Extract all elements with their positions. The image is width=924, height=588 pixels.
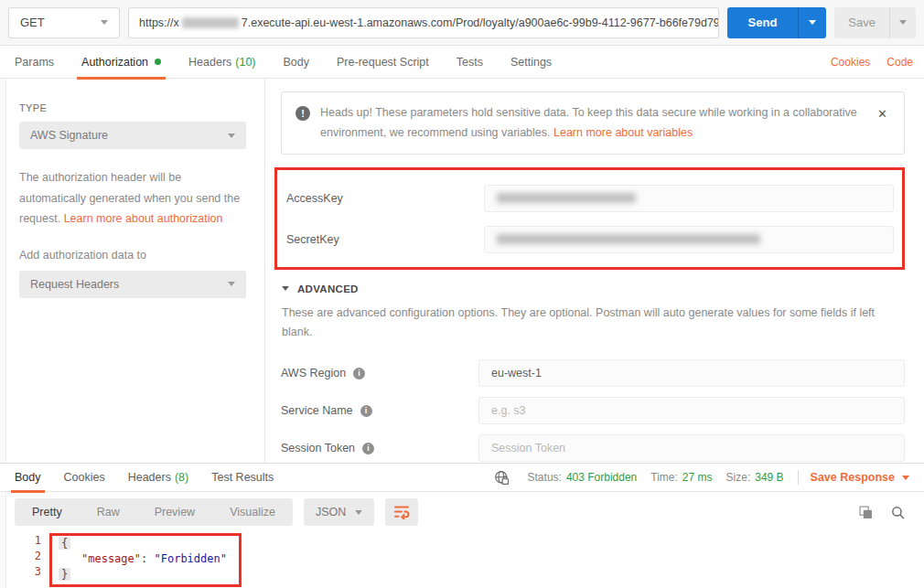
tab-body[interactable]: Body <box>284 46 310 79</box>
sensitive-data-banner: ! Heads up! These parameters hold sensit… <box>281 91 905 155</box>
tab-settings[interactable]: Settings <box>510 46 552 79</box>
line-number: 2 <box>8 549 41 564</box>
send-options-button[interactable] <box>798 7 826 38</box>
time-label: Time: <box>650 471 678 484</box>
save-response-button[interactable]: Save Response <box>811 471 909 484</box>
response-tab-headers-label: Headers <box>128 471 171 484</box>
service-name-label-wrap: Service Name i <box>281 404 478 417</box>
search-response-button[interactable] <box>891 506 905 519</box>
code-line: { <box>59 536 227 551</box>
tab-tests-label: Tests <box>457 56 483 69</box>
response-tab-cookies-label: Cookies <box>64 471 105 484</box>
auth-configured-dot-icon <box>155 59 161 65</box>
banner-text: Heads up! These parameters hold sensitiv… <box>320 103 864 144</box>
tab-settings-label: Settings <box>510 56 552 69</box>
view-preview[interactable]: Preview <box>137 498 212 526</box>
auth-details-panel: ! Heads up! These parameters hold sensit… <box>265 79 924 463</box>
tab-prerequest-label: Pre-request Script <box>337 56 429 69</box>
url-suffix: 7.execute-api.eu-west-1.amazonaws.com/Pr… <box>242 16 719 29</box>
cookies-link[interactable]: Cookies <box>831 56 870 69</box>
format-select[interactable]: JSON <box>304 498 374 526</box>
response-tab-body[interactable]: Body <box>15 463 41 492</box>
line-number: 1 <box>8 533 41 549</box>
url-redacted-segment <box>182 17 239 28</box>
tab-tests[interactable]: Tests <box>457 46 483 79</box>
json-separator: : <box>141 552 154 565</box>
save-options-button[interactable] <box>889 7 916 38</box>
auth-type-select[interactable]: AWS Signature <box>19 122 246 149</box>
tab-authorization[interactable]: Authorization <box>81 46 161 79</box>
add-auth-data-label: Add authorization data to <box>19 249 246 262</box>
line-number: 3 <box>8 564 41 580</box>
network-info-button[interactable] <box>494 470 510 486</box>
session-token-label-wrap: Session Token i <box>281 442 478 454</box>
session-token-input[interactable] <box>478 434 905 462</box>
secret-key-label: SecretKey <box>286 233 484 246</box>
view-raw[interactable]: Raw <box>80 498 137 526</box>
send-button[interactable]: Send <box>727 7 799 38</box>
tab-headers[interactable]: Headers (10) <box>188 46 255 79</box>
wrap-lines-icon <box>393 505 410 519</box>
access-key-input[interactable] <box>484 185 894 212</box>
tab-body-label: Body <box>284 56 310 69</box>
service-name-label: Service Name <box>281 404 353 417</box>
response-body-viewer[interactable]: 1 2 3 { "message": "Forbidden" } <box>0 526 924 587</box>
access-key-row: AccessKey <box>286 185 894 212</box>
learn-more-authorization-link[interactable]: Learn more about authorization <box>64 212 223 225</box>
save-button[interactable]: Save <box>834 7 889 38</box>
info-icon: i <box>362 443 374 454</box>
response-tab-headers[interactable]: Headers (8) <box>128 463 189 492</box>
view-mode-switch: Pretty Raw Preview Visualize <box>15 498 293 526</box>
aws-region-input[interactable] <box>478 359 905 387</box>
chevron-down-icon <box>228 134 235 138</box>
divider <box>798 470 799 485</box>
info-icon: i <box>353 368 365 380</box>
learn-more-variables-link[interactable]: Learn more about variables <box>553 126 693 139</box>
json-key: "message" <box>81 552 141 565</box>
aws-region-label-wrap: AWS Region i <box>281 367 478 380</box>
add-auth-data-select[interactable]: Request Headers <box>19 271 246 298</box>
chevron-down-icon <box>228 282 235 286</box>
service-name-input[interactable] <box>478 397 905 424</box>
view-pretty[interactable]: Pretty <box>15 498 80 526</box>
auth-description: The authorization header will be automat… <box>19 167 246 230</box>
tab-params[interactable]: Params <box>15 46 54 79</box>
response-tab-test-results[interactable]: Test Results <box>211 463 274 492</box>
response-headers-count-badge: (8) <box>175 471 188 484</box>
headers-count-badge: (10) <box>235 56 255 69</box>
fold-close-brace[interactable]: } <box>59 568 70 581</box>
access-key-label: AccessKey <box>286 192 484 205</box>
send-button-group: Send <box>727 7 827 38</box>
fold-open-brace[interactable]: { <box>59 537 70 550</box>
credentials-annotation-box: AccessKey SecretKey <box>274 167 905 270</box>
copy-response-button[interactable] <box>859 506 873 519</box>
response-json-annotation-box: { "message": "Forbidden" } <box>49 533 242 587</box>
url-input[interactable]: https://x 7.execute-api.eu-west-1.amazon… <box>128 7 719 38</box>
secret-key-input[interactable] <box>484 226 894 253</box>
advanced-title: ADVANCED <box>297 283 359 294</box>
service-name-row: Service Name i <box>281 397 905 424</box>
session-token-row: Session Token i <box>281 434 905 462</box>
response-tab-test-results-label: Test Results <box>211 471 274 484</box>
auth-type-value: AWS Signature <box>30 129 108 142</box>
view-visualize[interactable]: Visualize <box>212 498 293 526</box>
json-value: "Forbidden" <box>154 552 226 565</box>
wrap-lines-button[interactable] <box>385 498 418 526</box>
chevron-down-icon <box>809 20 816 25</box>
close-icon[interactable]: ✕ <box>874 105 891 123</box>
response-meta: Status: 403 Forbidden Time: 27 ms Size: … <box>494 470 909 486</box>
auth-type-panel: TYPE AWS Signature The authorization hea… <box>0 79 265 463</box>
search-icon <box>891 506 905 519</box>
tab-prerequest-script[interactable]: Pre-request Script <box>337 46 429 79</box>
code-line: } <box>59 567 227 583</box>
chevron-down-icon <box>101 20 108 25</box>
tab-headers-label: Headers <box>188 56 231 69</box>
code-link[interactable]: Code <box>886 56 913 69</box>
method-select[interactable]: GET <box>8 7 120 38</box>
response-actions <box>859 506 909 519</box>
warning-icon: ! <box>295 106 310 121</box>
time-value: 27 ms <box>682 471 713 484</box>
advanced-section-toggle[interactable]: ADVANCED <box>282 283 905 294</box>
status-pair: Status: 403 Forbidden <box>528 471 638 484</box>
response-tab-cookies[interactable]: Cookies <box>64 463 105 492</box>
